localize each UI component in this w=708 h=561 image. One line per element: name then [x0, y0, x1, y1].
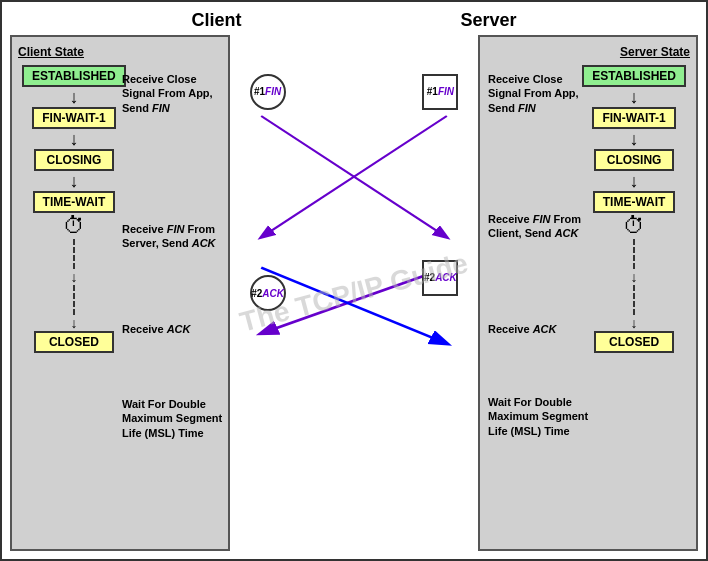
- client-arrow-2: ↓: [69, 130, 78, 148]
- svg-line-2: [261, 268, 447, 334]
- client-arrow-3: ↓: [69, 172, 78, 190]
- server-closing: CLOSING: [594, 149, 674, 171]
- server-dashed-2: [633, 285, 635, 315]
- client-arrow-4: ↓: [70, 270, 77, 284]
- client-dashed-1: [73, 239, 75, 269]
- server-clock: ⏱: [623, 213, 645, 239]
- main-container: Client Server Client State ESTABLISHED ↓…: [0, 0, 708, 561]
- client-column: Client State ESTABLISHED ↓ FIN-WAIT-1 ↓ …: [10, 35, 230, 551]
- server-desc-4: Wait For DoubleMaximum SegmentLife (MSL)…: [488, 395, 588, 438]
- server-fin-wait-1: FIN-WAIT-1: [592, 107, 675, 129]
- server-arrow-4: ↓: [631, 270, 638, 284]
- server-arrow-5: ↓: [631, 316, 638, 330]
- svg-line-3: [261, 268, 447, 344]
- packet-fin1-client: #1FIN: [250, 74, 286, 110]
- server-arrow-1: ↓: [630, 88, 639, 106]
- client-closed: CLOSED: [34, 331, 114, 353]
- middle-area: #1FIN #1FIN #2ACK #2ACK The TCP/IP Guide: [238, 35, 470, 551]
- packet-ack2-client: #2ACK: [250, 275, 286, 311]
- server-desc-2: Receive FIN FromClient, Send ACK: [488, 212, 581, 241]
- server-state-label: Server State: [486, 45, 690, 59]
- packet-fin1-server: #1FIN: [422, 74, 458, 110]
- server-closed: CLOSED: [594, 331, 674, 353]
- server-desc-1: Receive CloseSignal From App,Send FIN: [488, 72, 579, 115]
- server-title: Server: [460, 10, 516, 31]
- client-dashed-2: [73, 285, 75, 315]
- server-column: Server State ESTABLISHED ↓ FIN-WAIT-1 ↓ …: [478, 35, 698, 551]
- client-arrow-5: ↓: [70, 316, 77, 330]
- server-desc-3: Receive ACK: [488, 322, 557, 336]
- server-established: ESTABLISHED: [582, 65, 686, 87]
- client-title: Client: [191, 10, 241, 31]
- client-closing: CLOSING: [34, 149, 114, 171]
- server-arrow-2: ↓: [630, 130, 639, 148]
- client-state-label: Client State: [18, 45, 222, 59]
- client-arrow-1: ↓: [69, 88, 78, 106]
- server-dashed-1: [633, 239, 635, 269]
- client-established: ESTABLISHED: [22, 65, 126, 87]
- columns-row: Client State ESTABLISHED ↓ FIN-WAIT-1 ↓ …: [2, 35, 706, 559]
- client-desc-3: Receive ACK: [122, 322, 191, 336]
- server-arrow-3: ↓: [630, 172, 639, 190]
- client-clock: ⏱: [63, 213, 85, 239]
- client-fin-wait-1: FIN-WAIT-1: [32, 107, 115, 129]
- title-row: Client Server: [2, 2, 706, 35]
- client-desc-2: Receive FIN FromServer, Send ACK: [122, 222, 216, 251]
- client-desc-4: Wait For DoubleMaximum SegmentLife (MSL)…: [122, 397, 222, 440]
- client-desc-1: Receive CloseSignal From App,Send FIN: [122, 72, 213, 115]
- server-time-wait: TIME-WAIT: [593, 191, 676, 213]
- client-time-wait: TIME-WAIT: [33, 191, 116, 213]
- packet-ack2-server: #2ACK: [422, 260, 458, 296]
